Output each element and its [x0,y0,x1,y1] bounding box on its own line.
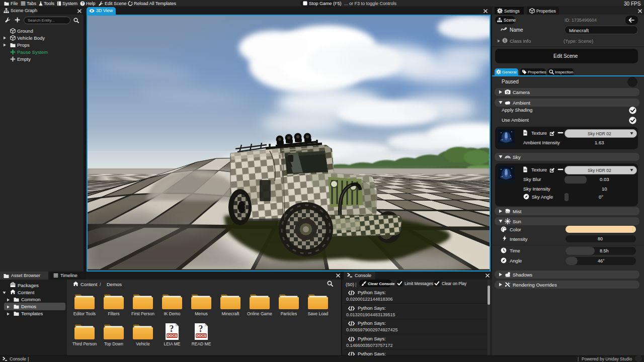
svg-text:DOCS: DOCS [167,334,178,337]
svg-text:?: ? [170,324,174,334]
svg-text:?: ? [82,2,84,5]
svg-text:DOCS: DOCS [196,334,207,337]
svg-text:?: ? [199,324,203,334]
